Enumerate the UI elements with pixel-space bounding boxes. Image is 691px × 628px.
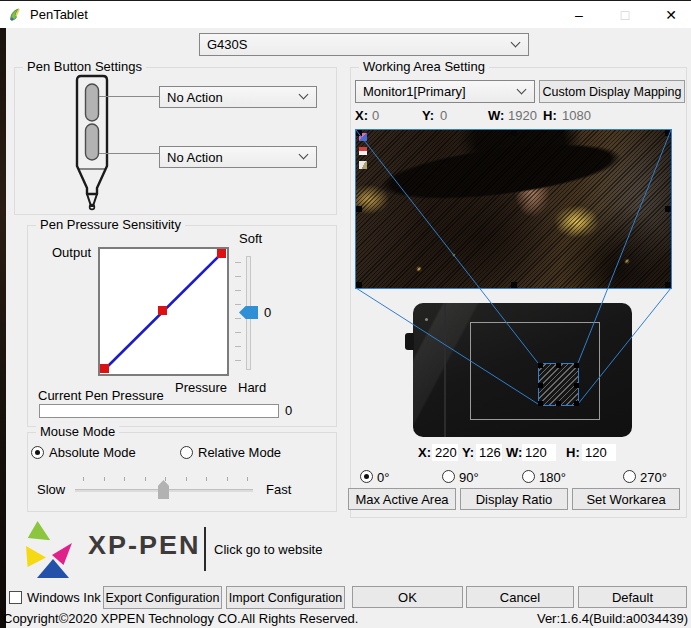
brand-tagline[interactable]: Click go to website [214, 542, 322, 557]
radio-rotation-90[interactable] [442, 470, 455, 483]
resize-handle[interactable] [511, 130, 517, 136]
screen-y-value: 0 [440, 108, 447, 123]
resize-handle[interactable] [665, 130, 671, 136]
rotation-0-label[interactable]: 0° [377, 470, 389, 485]
tablet-w-input[interactable]: 120 [522, 444, 556, 461]
pen-upper-action-value: No Action [167, 90, 223, 105]
rotation-270-label[interactable]: 270° [640, 470, 667, 485]
default-button[interactable]: Default [578, 586, 687, 608]
slider-tick [145, 477, 146, 481]
custom-display-mapping-button[interactable]: Custom Display Mapping [539, 80, 685, 103]
screen-x-value: 0 [372, 108, 379, 123]
pen-upper-action-select[interactable]: No Action [159, 86, 317, 108]
tablet-y-label: Y: [462, 445, 474, 460]
radio-absolute-mode[interactable] [31, 446, 44, 459]
slider-tick [206, 477, 207, 481]
pen-upper-button[interactable] [86, 84, 99, 121]
close-button[interactable]: ✕ [650, 1, 691, 29]
copyright-text: Copyright©2020 XPPEN Technology CO.All R… [3, 611, 358, 626]
soft-label: Soft [239, 231, 262, 246]
import-configuration-button[interactable]: Import Configuration [226, 586, 345, 609]
selection-handle[interactable] [556, 363, 561, 368]
slider-tick [227, 477, 228, 481]
resize-handle[interactable] [356, 206, 362, 212]
relative-mode-label[interactable]: Relative Mode [198, 445, 281, 460]
max-active-area-button[interactable]: Max Active Area [348, 488, 456, 510]
monitor-select[interactable]: Monitor1[Primary] [355, 80, 535, 103]
slider-tick [235, 290, 241, 291]
resize-handle[interactable] [356, 282, 362, 288]
chevron-down-icon [299, 90, 309, 100]
tablet-h-input[interactable]: 120 [582, 444, 616, 461]
windows-ink-label[interactable]: Windows Ink [27, 590, 101, 605]
export-configuration-button[interactable]: Export Configuration [103, 586, 222, 609]
screen-y-label: Y: [422, 108, 434, 123]
monitor-preview[interactable] [355, 129, 672, 289]
current-pressure-bar [39, 404, 279, 418]
brand-wordmark[interactable]: XP-PEN [88, 531, 201, 560]
slider-tick [247, 477, 248, 481]
display-ratio-button[interactable]: Display Ratio [460, 488, 568, 510]
curve-point-high[interactable] [217, 249, 226, 258]
pressure-curve-graph[interactable] [98, 247, 229, 376]
hard-label: Hard [238, 380, 266, 395]
output-axis-label: Output [52, 245, 91, 260]
logo-triangle-yellow [26, 546, 46, 567]
radio-rotation-180[interactable] [522, 470, 535, 483]
slider-tick [186, 477, 187, 481]
screen-w-value: 1920 [508, 108, 537, 123]
tablet-seam [444, 303, 446, 437]
slider-tick [235, 304, 241, 305]
chevron-down-icon [517, 84, 527, 94]
radio-rotation-0[interactable] [360, 470, 373, 483]
tablet-model-select[interactable]: G430S [199, 33, 529, 56]
app-icon [8, 7, 24, 23]
logo-triangle-green [26, 520, 51, 545]
selection-handle[interactable] [574, 401, 579, 406]
resize-handle[interactable] [511, 282, 517, 288]
sensitivity-value: 0 [264, 305, 271, 320]
tablet-usb-nub [405, 333, 414, 350]
rotation-90-label[interactable]: 90° [459, 470, 479, 485]
tablet-h-label: H: [566, 445, 580, 460]
selection-handle[interactable] [538, 383, 543, 388]
selection-handle[interactable] [556, 401, 561, 406]
radio-relative-mode[interactable] [180, 446, 193, 459]
version-text: Ver:1.6.4(Build:a0034439) [537, 611, 688, 626]
desktop-icon [359, 147, 367, 155]
pen-upper-leader-line [99, 96, 159, 97]
selection-handle[interactable] [538, 401, 543, 406]
selection-handle[interactable] [574, 363, 579, 368]
working-area-title: Working Area Setting [359, 59, 489, 74]
pen-lower-leader-line [99, 153, 159, 154]
tablet-illustration [413, 303, 632, 437]
pen-lower-button[interactable] [86, 124, 99, 160]
ok-button[interactable]: OK [352, 586, 463, 608]
curve-point-mid[interactable] [158, 306, 167, 315]
resize-handle[interactable] [665, 282, 671, 288]
radio-rotation-270[interactable] [623, 470, 636, 483]
pentablet-window: PenTablet – □ ✕ G430S Pen Button Setting… [0, 0, 691, 628]
selection-handle[interactable] [574, 383, 579, 388]
slider-tick [235, 346, 241, 347]
tablet-y-input[interactable]: 126 [476, 444, 502, 461]
set-workarea-button[interactable]: Set Workarea [572, 488, 680, 510]
curve-point-low[interactable] [100, 364, 109, 373]
slow-label: Slow [37, 482, 65, 497]
windows-ink-checkbox[interactable] [9, 591, 22, 604]
selection-handle[interactable] [538, 363, 543, 368]
fast-label: Fast [266, 482, 291, 497]
tablet-x-input[interactable]: 220 [432, 444, 458, 461]
absolute-mode-label[interactable]: Absolute Mode [49, 445, 136, 460]
current-pressure-title: Current Pen Pressure [38, 388, 164, 403]
pressure-sensitivity-title: Pen Pressure Sensitivity [36, 217, 185, 232]
resize-handle[interactable] [665, 206, 671, 212]
pen-lower-action-select[interactable]: No Action [159, 146, 317, 168]
resize-handle[interactable] [356, 130, 362, 136]
minimize-button[interactable]: – [558, 1, 600, 29]
tablet-active-area-outline [470, 322, 600, 420]
desktop-icon [359, 161, 367, 169]
workarea-selection[interactable] [538, 363, 579, 406]
rotation-180-label[interactable]: 180° [539, 470, 566, 485]
cancel-button[interactable]: Cancel [466, 586, 574, 608]
